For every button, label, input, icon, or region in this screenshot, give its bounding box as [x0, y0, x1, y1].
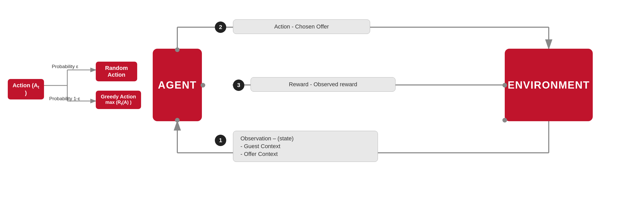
env-left-top-dot: [502, 83, 507, 88]
observation-label-box: Observation – (state) - Guest Context - …: [233, 131, 378, 162]
random-action-box: Random Action: [96, 62, 137, 81]
agent-box: AGENT: [153, 49, 202, 121]
reward-label-box: Reward - Observed reward: [251, 77, 396, 92]
agent-right-dot: [201, 83, 205, 88]
diagram-container: Action (At ) Probability ε Probability 1…: [0, 0, 644, 216]
env-left-bottom-dot: [502, 118, 507, 123]
greedy-action-box: Greedy Action max (Rt(A) ): [96, 91, 141, 109]
step-3-circle: 3: [233, 80, 244, 91]
step-2-circle: 2: [215, 21, 226, 33]
prob-one-minus-epsilon-label: Probability 1-ε: [49, 96, 80, 102]
agent-bottom-dot: [175, 118, 180, 123]
action-box: Action (At ): [8, 79, 44, 99]
agent-top-dot: [175, 47, 180, 52]
prob-epsilon-label: Probability ε: [52, 64, 78, 69]
action-label-box: Action - Chosen Offer: [233, 19, 370, 34]
step-1-circle: 1: [215, 135, 226, 146]
environment-box: ENVIRONMENT: [505, 49, 593, 121]
